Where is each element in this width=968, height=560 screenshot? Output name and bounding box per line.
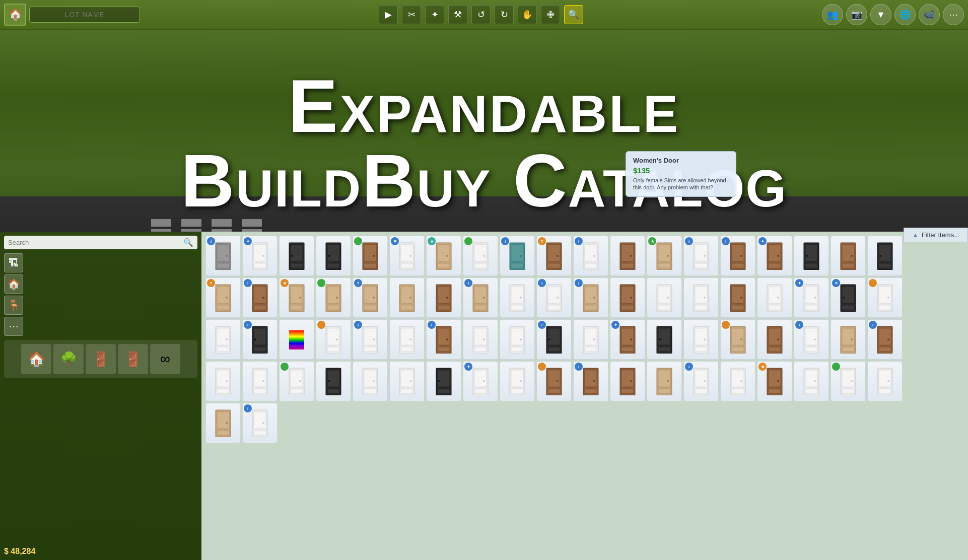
catalog-item-75[interactable] [831, 361, 866, 401]
catalog-item-2[interactable]: ✦ [242, 236, 278, 276]
catalog-item-72[interactable] [720, 361, 755, 401]
play-tool[interactable]: ▶ [379, 5, 398, 24]
camera-button[interactable]: 📷 [846, 4, 867, 25]
search-input[interactable] [8, 239, 181, 246]
catalog-item-8[interactable] [463, 236, 498, 276]
catalog-item-66[interactable] [500, 361, 535, 401]
catalog-item-68[interactable]: i [573, 361, 608, 401]
catalog-item-17[interactable] [794, 236, 829, 276]
catalog-item-34[interactable] [720, 277, 755, 318]
preview-tree[interactable]: 🌳 [53, 344, 84, 374]
catalog-item-53[interactable] [720, 319, 755, 360]
catalog-item-13[interactable]: ★ [647, 236, 682, 276]
catalog-item-54[interactable] [757, 319, 792, 360]
catalog-item-64[interactable] [426, 361, 461, 401]
catalog-item-5[interactable] [353, 236, 388, 276]
catalog-item-20[interactable]: ? [205, 277, 241, 318]
catalog-item-61[interactable] [316, 361, 351, 401]
catalog-item-57[interactable]: i [867, 319, 903, 360]
zoom-tool[interactable]: 🔍 [564, 5, 583, 24]
star-tool[interactable]: ✦ [425, 5, 444, 24]
catalog-item-18[interactable] [831, 236, 866, 276]
catalog-grid[interactable]: i ✦ ❄ ★ i ? i ★ [201, 232, 968, 560]
catalog-item-44[interactable] [389, 319, 425, 360]
catalog-item-27[interactable]: i [463, 277, 498, 318]
catalog-item-39[interactable] [205, 319, 241, 360]
catalog-item-10[interactable]: ? [536, 236, 572, 276]
catalog-item-58[interactable] [205, 361, 241, 401]
catalog-item-51[interactable] [647, 319, 682, 360]
catalog-item-49[interactable] [573, 319, 608, 360]
catalog-item-28[interactable] [500, 277, 535, 318]
scissor-tool[interactable]: ✂ [402, 5, 421, 24]
catalog-item-19[interactable] [867, 236, 903, 276]
catalog-item-32[interactable] [647, 277, 682, 318]
catalog-item-21[interactable]: i [242, 277, 278, 318]
catalog-item-12[interactable] [610, 236, 645, 276]
catalog-item-71[interactable]: i [683, 361, 719, 401]
catalog-item-29[interactable]: i [536, 277, 572, 318]
catalog-item-14[interactable]: i [683, 236, 719, 276]
catalog-item-6[interactable]: ❄ [389, 236, 425, 276]
catalog-item-69[interactable] [610, 361, 645, 401]
category-more[interactable]: ⋯ [4, 317, 23, 336]
more-button[interactable]: ⋯ [943, 4, 964, 25]
catalog-item-3[interactable] [279, 236, 314, 276]
hand-tool[interactable]: ✋ [518, 5, 537, 24]
catalog-item-38[interactable] [867, 277, 903, 318]
catalog-item-24[interactable]: ? [353, 277, 388, 318]
catalog-item-42[interactable] [316, 319, 351, 360]
catalog-item-16[interactable]: ✦ [757, 236, 792, 276]
preview-infinity[interactable]: ∞ [150, 344, 180, 374]
hammer-tool[interactable]: ⚒ [448, 5, 467, 24]
catalog-item-63[interactable] [389, 361, 425, 401]
catalog-item-11[interactable]: i [573, 236, 608, 276]
catalog-item-1[interactable]: i [205, 236, 241, 276]
undo-tool[interactable]: ↺ [471, 5, 491, 24]
catalog-item-33[interactable] [683, 277, 719, 318]
filter-button[interactable]: ▲ Filter Items... [904, 228, 968, 242]
catalog-item-23[interactable] [316, 277, 351, 318]
catalog-item-78[interactable]: i [242, 403, 278, 443]
catalog-item-41[interactable] [279, 319, 314, 360]
category-furniture[interactable]: 🪑 [4, 296, 23, 315]
video-button[interactable]: 📹 [919, 4, 940, 25]
catalog-item-26[interactable] [426, 277, 461, 318]
catalog-item-56[interactable] [831, 319, 866, 360]
catalog-item-46[interactable] [463, 319, 498, 360]
catalog-item-65[interactable]: ✦ [463, 361, 498, 401]
catalog-item-45[interactable]: i [426, 319, 461, 360]
search-icon[interactable]: 🔍 [183, 238, 193, 247]
catalog-item-55[interactable]: i [794, 319, 829, 360]
catalog-item-22[interactable]: ★ [279, 277, 314, 318]
catalog-item-50[interactable]: ✦ [610, 319, 645, 360]
globe-button[interactable]: 🌐 [894, 4, 916, 25]
category-rooms[interactable]: 🏠 [4, 274, 23, 294]
catalog-item-47[interactable] [500, 319, 535, 360]
catalog-item-25[interactable] [389, 277, 425, 318]
catalog-item-74[interactable] [794, 361, 829, 401]
preview-fence[interactable]: 🚪 [86, 344, 116, 374]
home-button[interactable]: 🏠 [4, 4, 26, 26]
catalog-item-40[interactable]: i [242, 319, 278, 360]
sims-button[interactable]: 👥 [822, 4, 843, 25]
catalog-item-7[interactable]: ★ [426, 236, 461, 276]
catalog-item-48[interactable]: i [536, 319, 572, 360]
redo-tool[interactable]: ↻ [495, 5, 514, 24]
catalog-item-67[interactable] [536, 361, 572, 401]
catalog-item-70[interactable] [647, 361, 682, 401]
catalog-item-35[interactable] [757, 277, 792, 318]
catalog-item-62[interactable] [353, 361, 388, 401]
preview-door[interactable]: 🚪 [118, 344, 148, 374]
catalog-item-36[interactable]: ✦ [794, 277, 829, 318]
catalog-item-9[interactable]: i [500, 236, 535, 276]
catalog-item-4[interactable] [316, 236, 351, 276]
catalog-item-30[interactable]: i [573, 277, 608, 318]
catalog-item-37[interactable]: ✕ [831, 277, 866, 318]
catalog-item-43[interactable]: i [353, 319, 388, 360]
catalog-item-31[interactable] [610, 277, 645, 318]
category-build[interactable]: 🏗 [4, 253, 23, 272]
catalog-item-59[interactable] [242, 361, 278, 401]
lot-name-input[interactable] [29, 7, 140, 23]
catalog-item-76[interactable] [867, 361, 903, 401]
